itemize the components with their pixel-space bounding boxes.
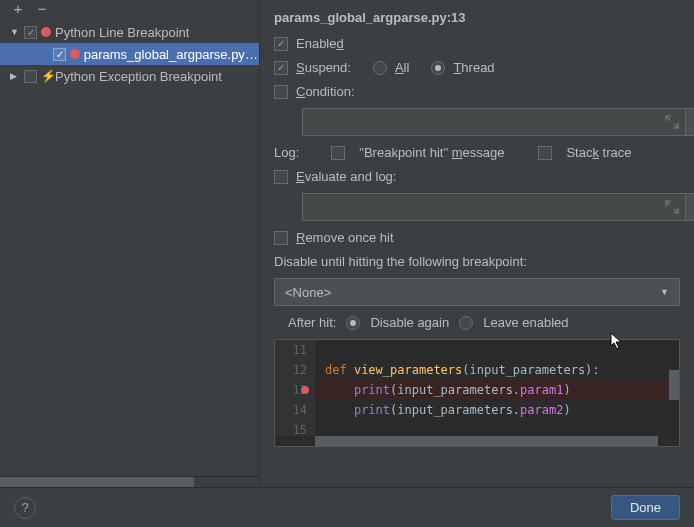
breakpoints-tree-panel: + − ▼ ✓ Python Line Breakpoint ✓ params_… (0, 0, 260, 487)
horizontal-scrollbar[interactable] (0, 476, 259, 487)
tree-category-line-breakpoints[interactable]: ▼ ✓ Python Line Breakpoint (0, 21, 259, 43)
suspend-thread-radio[interactable] (431, 61, 445, 75)
suspend-thread-label: Thread (453, 60, 494, 75)
condition-checkbox[interactable] (274, 85, 288, 99)
done-button[interactable]: Done (611, 495, 680, 520)
suspend-checkbox[interactable]: ✓ (274, 61, 288, 75)
remove-breakpoint-button[interactable]: − (36, 3, 48, 15)
code-horizontal-scrollbar[interactable] (275, 436, 679, 446)
condition-history-dropdown[interactable]: ▼ (686, 108, 694, 136)
remove-once-label: Remove once hit (296, 230, 394, 245)
gutter-line-number[interactable]: 13 (275, 380, 315, 400)
expand-icon[interactable] (665, 115, 679, 129)
suspend-label: Suspend: (296, 60, 351, 75)
remove-once-checkbox[interactable] (274, 231, 288, 245)
log-label: Log: (274, 145, 299, 160)
suspend-all-label: All (395, 60, 409, 75)
log-message-label: "Breakpoint hit" message (359, 145, 504, 160)
expand-arrow-icon[interactable]: ▶ (10, 71, 20, 81)
breakpoint-dot-icon (70, 49, 80, 59)
exception-bolt-icon: ⚡ (41, 69, 51, 83)
gutter-line-number[interactable]: 14 (275, 400, 315, 420)
disable-until-label: Disable until hitting the following brea… (274, 254, 680, 269)
gutter-line-number[interactable]: 12 (275, 360, 315, 380)
help-button[interactable]: ? (14, 497, 36, 519)
category-checkbox[interactable] (24, 70, 37, 83)
suspend-all-radio[interactable] (373, 61, 387, 75)
breakpoint-dot-icon[interactable] (301, 386, 309, 394)
disable-again-label: Disable again (370, 315, 449, 330)
tree-label: params_global_argparse.py:13 (84, 47, 259, 62)
evaluate-history-dropdown[interactable]: ▼ (686, 193, 694, 221)
disable-until-select[interactable]: <None> ▼ (274, 278, 680, 306)
chevron-down-icon: ▼ (660, 287, 669, 297)
breakpoint-dot-icon (41, 27, 51, 37)
after-hit-label: After hit: (288, 315, 336, 330)
enabled-checkbox[interactable]: ✓ (274, 37, 288, 51)
leave-enabled-label: Leave enabled (483, 315, 568, 330)
gutter-line-number[interactable]: 11 (275, 340, 315, 360)
stack-trace-checkbox[interactable] (538, 146, 552, 160)
condition-input[interactable] (302, 108, 686, 136)
evaluate-log-checkbox[interactable] (274, 170, 288, 184)
condition-label: Condition: (296, 84, 355, 99)
code-vertical-scrollbar[interactable] (669, 340, 679, 436)
enabled-label: Enabled (296, 36, 344, 51)
breakpoint-details-panel: params_global_argparse.py:13 ✓ Enabled ✓… (260, 0, 694, 487)
expand-arrow-icon[interactable]: ▼ (10, 27, 20, 37)
evaluate-log-label: Evaluate and log: (296, 169, 396, 184)
evaluate-input[interactable] (302, 193, 686, 221)
tree-label: Python Line Breakpoint (55, 25, 189, 40)
tree-category-exception-breakpoints[interactable]: ▶ ⚡ Python Exception Breakpoint (0, 65, 259, 87)
breakpoints-tree[interactable]: ▼ ✓ Python Line Breakpoint ✓ params_glob… (0, 19, 259, 476)
panel-title: params_global_argparse.py:13 (274, 10, 680, 25)
tree-item-breakpoint[interactable]: ✓ params_global_argparse.py:13 (0, 43, 259, 65)
log-message-checkbox[interactable] (331, 146, 345, 160)
category-checkbox[interactable]: ✓ (24, 26, 37, 39)
gutter-line-number[interactable]: 15 (275, 420, 315, 436)
expand-icon[interactable] (665, 200, 679, 214)
select-value: <None> (285, 285, 331, 300)
code-preview: 11 12 def view_parameters(input_paramete… (274, 339, 680, 447)
tree-label: Python Exception Breakpoint (55, 69, 222, 84)
leave-enabled-radio[interactable] (459, 316, 473, 330)
disable-again-radio[interactable] (346, 316, 360, 330)
stack-trace-label: Stack trace (566, 145, 631, 160)
add-breakpoint-button[interactable]: + (12, 3, 24, 15)
breakpoint-checkbox[interactable]: ✓ (53, 48, 66, 61)
